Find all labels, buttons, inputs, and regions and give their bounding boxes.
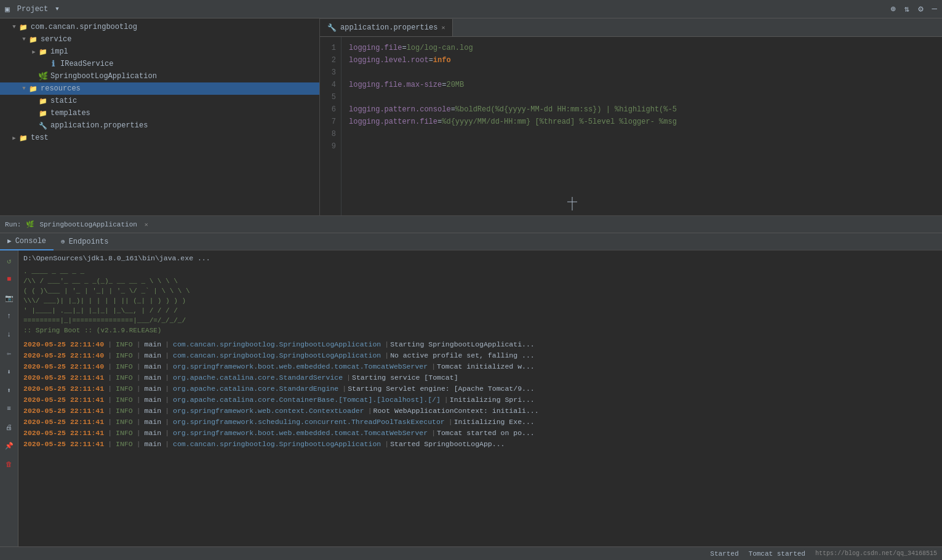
log-line-7: 2020-05-25 22:11:41 | INFO | main | org.… — [23, 406, 937, 417]
log-msg-2: No active profile set, falling ... — [390, 350, 535, 361]
tree-label-resources: resources — [41, 84, 81, 93]
log-date-9: 2020-05-25 22:11:41 — [23, 428, 104, 439]
file-tree: 📁 com.cancan.springbootlog 📁 service 📁 i… — [0, 18, 319, 215]
import-button[interactable]: ⇦ — [2, 346, 16, 360]
tree-item-appprops[interactable]: 🔧 application.properties — [0, 119, 319, 132]
equalizer-icon[interactable]: ⇅ — [904, 4, 909, 14]
tree-item-test[interactable]: 📁 test — [0, 132, 319, 144]
camera-button[interactable]: 📷 — [2, 291, 16, 305]
arrow-down-button[interactable]: ↓ — [2, 328, 16, 342]
log-level-8: INFO — [116, 417, 133, 428]
layers-button[interactable]: ≡ — [2, 402, 16, 415]
minimize-icon[interactable]: — — [932, 4, 937, 14]
code-content[interactable]: logging.file=log/log-can.log logging.lev… — [341, 37, 942, 215]
log-thread-10: main — [145, 439, 162, 450]
log-msg-9: Tomcat started on po... — [437, 428, 535, 439]
log-thread-9: main — [145, 428, 162, 439]
log-msg-6: Initializing Spri... — [450, 394, 535, 406]
code-line-9 — [349, 140, 935, 153]
stop-button[interactable]: ■ — [2, 273, 16, 286]
project-title: Project — [17, 5, 48, 14]
tree-label-appprops: application.properties — [50, 121, 148, 130]
tree-item-com-cancan[interactable]: 📁 com.cancan.springbootlog — [0, 21, 319, 33]
folder-icon-templates: 📁 — [38, 108, 48, 118]
export-down-button[interactable]: ⬇ — [2, 365, 16, 378]
log-date-3: 2020-05-25 22:11:40 — [23, 361, 104, 372]
code-line-8 — [349, 128, 935, 140]
spring-boot-logo: . ____ _ __ _ _ /\\ / ___'_ __ _ _(_)_ _… — [23, 266, 937, 335]
editor-area: 🔧 application.properties ✕ 1 2 3 4 5 6 7… — [320, 18, 942, 215]
main-area: 📁 com.cancan.springbootlog 📁 service 📁 i… — [0, 18, 942, 215]
tree-arrow-springbootlogapp — [30, 72, 38, 81]
log-line-5: 2020-05-25 22:11:41 | INFO | main | org.… — [23, 383, 937, 394]
tree-item-static[interactable]: 📁 static — [0, 95, 319, 107]
log-thread-5: main — [145, 383, 162, 394]
tree-item-service[interactable]: 📁 service — [0, 33, 319, 46]
spring-logo-line-1: . ____ _ __ _ _ — [23, 266, 937, 276]
arrow-up-button[interactable]: ↑ — [2, 310, 16, 323]
spring-logo-line-5: ' |____| .__|_| |_|_| |_\__, | / / / / — [23, 306, 937, 316]
pin-button[interactable]: 📌 — [2, 439, 16, 452]
spring-logo-line-6: =========|_|===============|___/=/_/_/_/ — [23, 316, 937, 326]
restart-button[interactable]: ↺ — [2, 254, 16, 268]
log-class-1: com.cancan.springbootlog.SpringbootLogAp… — [173, 339, 381, 350]
log-class-2: com.cancan.springbootlog.SpringbootLogAp… — [173, 350, 381, 361]
log-msg-5: Starting Servlet engine: [Apache Tomcat/… — [348, 383, 535, 394]
tree-arrow-resources — [20, 84, 28, 93]
log-line-6: 2020-05-25 22:11:41 | INFO | main | org.… — [23, 394, 937, 406]
log-thread-8: main — [145, 417, 162, 428]
log-level-5: INFO — [116, 383, 133, 394]
log-level-4: INFO — [116, 372, 133, 383]
print-button[interactable]: 🖨 — [2, 420, 16, 434]
tree-label-springbootlogapp: SpringbootLogApplication — [50, 72, 157, 81]
log-level-3: INFO — [116, 361, 133, 372]
tree-item-templates[interactable]: 📁 templates — [0, 107, 319, 119]
export-up-button[interactable]: ⬆ — [2, 383, 16, 397]
tree-label-impl: impl — [50, 47, 68, 56]
tree-label-com-cancan: com.cancan.springbootlog — [31, 23, 137, 31]
prop-val-1: log/log-can.log — [407, 44, 473, 52]
log-class-5: org.apache.catalina.core.StandardEngine — [173, 383, 338, 394]
spring-logo-line-3: ( ( )\___ | '_ | '_| | '_ \/ _` | \ \ \ … — [23, 286, 937, 296]
code-line-1: logging.file=log/log-can.log — [349, 42, 935, 54]
log-line-10: 2020-05-25 22:11:41 | INFO | main | com.… — [23, 439, 937, 450]
code-line-7: logging.pattern.file=%d{yyyy/MM/dd-HH:mm… — [349, 116, 935, 128]
info-icon: ℹ — [48, 59, 58, 69]
run-tab-close-icon[interactable]: ✕ — [145, 221, 148, 228]
tree-item-impl[interactable]: 📁 impl — [0, 46, 319, 58]
globe-icon[interactable]: ⊕ — [890, 4, 895, 14]
tree-item-ireadservice[interactable]: ℹ IReadService — [0, 58, 319, 70]
code-line-3 — [349, 66, 935, 79]
run-bar: Run: 🌿 SpringbootLogApplication ✕ — [0, 216, 942, 233]
tree-label-service: service — [41, 35, 71, 44]
tree-item-resources[interactable]: 📁 resources — [0, 82, 319, 95]
tree-arrow-com-cancan — [10, 23, 18, 31]
folder-icon-service: 📁 — [28, 34, 38, 44]
trash-button[interactable]: 🗑 — [2, 457, 16, 471]
started-label: Started — [710, 550, 738, 558]
watermark-url: https://blog.csdn.net/qq_34168515 — [815, 550, 937, 557]
log-date-7: 2020-05-25 22:11:41 — [23, 406, 104, 417]
tab-close-icon[interactable]: ✕ — [441, 24, 445, 31]
log-class-9: org.springframework.boot.web.embedded.to… — [173, 428, 428, 439]
console-output[interactable]: D:\OpenSources\jdk1.8.0_161\bin\java.exe… — [18, 250, 942, 546]
gear-icon[interactable]: ⚙ — [918, 4, 923, 14]
tab-endpoints[interactable]: ⊕ Endpoints — [54, 233, 116, 250]
log-thread-4: main — [145, 372, 162, 383]
code-editor[interactable]: 1 2 3 4 5 6 7 8 9 logging.file=log/log-c… — [320, 37, 942, 215]
log-thread-2: main — [145, 350, 162, 361]
tab-console[interactable]: ▶ Console — [0, 233, 54, 250]
line-numbers: 1 2 3 4 5 6 7 8 9 — [320, 37, 341, 215]
bottom-panel: Run: 🌿 SpringbootLogApplication ✕ ▶ Cons… — [0, 215, 942, 560]
editor-tab-appprops[interactable]: 🔧 application.properties ✕ — [320, 19, 453, 36]
dropdown-arrow-icon[interactable]: ▼ — [55, 6, 58, 12]
props-icon: 🔧 — [38, 121, 48, 130]
line-num-1: 1 — [320, 42, 336, 54]
tab-panel-header: ▶ Console ⊕ Endpoints — [0, 233, 942, 250]
log-level-6: INFO — [116, 394, 133, 406]
prop-val-4: 20MB — [446, 81, 464, 89]
log-class-6: org.apache.catalina.core.ContainerBase.[… — [173, 394, 441, 406]
log-date-2: 2020-05-25 22:11:40 — [23, 350, 104, 361]
log-msg-8: Initializing Exe... — [454, 417, 535, 428]
tree-item-springbootlogapp[interactable]: 🌿 SpringbootLogApplication — [0, 70, 319, 82]
